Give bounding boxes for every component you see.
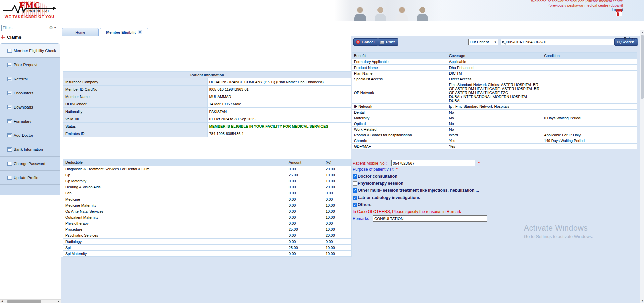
purpose-checkbox-physiotherapy-session[interactable]: Physiotherapy session [353,181,554,186]
benefit-cell: Plan Name [352,71,447,76]
sidebar-item-downloads[interactable]: Downloads [0,100,60,114]
eligibility-toolbar: ✕ Cancel Print Out Patient ▼ Searc [351,38,640,47]
patient-info-value: MEMBER IS ELIGIBLE IN YOUR FACILITY FOR … [207,123,351,130]
sidebar-item-encounters[interactable]: Encounters [0,86,60,100]
sidebar-item-update-profile[interactable]: Update Profile [0,171,60,185]
sidebar-item-label: Update Profile [14,176,38,180]
sidebar-item-label: Formulary [14,119,31,123]
table-row: Spl Maternity0.0010.00 [63,251,352,257]
table-row: Psychiatric Services0.0020.00 [63,232,352,239]
required-asterisk: * [396,167,398,172]
app-window: FMC NETWORK UAE WE TAKE CARE OF YOU Welc… [0,0,644,303]
checkbox-checked-icon[interactable] [353,188,357,193]
deductible-table: Deductible Amount (%) Diagnostic & Treat… [63,159,352,257]
benefit-cell: Chronic [352,138,447,144]
purpose-checkbox-lab-or-radiology-investigations[interactable]: Lab or radiology investigations [353,195,554,200]
amount-cell: 0.00 [287,178,324,184]
scroll-down-arrow-icon[interactable]: ▼ [640,299,644,303]
deductible-name-cell: Procedure [63,226,287,232]
benefit-table: Benefit Coverage Condition Formulary App… [352,52,637,149]
scroll-up-arrow-icon[interactable]: ▲ [640,30,644,34]
table-row: NationalityPAKISTAN [63,108,351,115]
sidebar-item-label: Prior Request [14,63,37,67]
table-row: Gp25.0010.00 [63,172,352,178]
sidebar-item-prior-request[interactable]: Prior Request [0,58,60,72]
checkbox-checked-icon[interactable] [353,203,357,207]
amount-col-header: Amount [287,159,324,166]
sidebar-item-add-doctor[interactable]: Add Doctor [0,128,60,142]
remarks-input[interactable] [373,215,487,222]
search-button-icon [617,41,620,43]
patient-info-value: DUBAI INSURANCE COMPANY (P.S.C) (Plan Na… [207,78,351,86]
checkbox-unchecked-icon[interactable] [353,181,357,186]
table-row: Formulary ApplicableApplicable [352,59,637,65]
patient-info-label: Nationality [63,108,208,115]
table-row: Op Ante-Natal Services0.0010.00 [63,208,352,214]
checkbox-checked-icon[interactable] [353,196,357,200]
vertical-scrollbar[interactable]: ▲ ▼ [640,30,644,303]
mobile-input[interactable] [391,160,475,166]
coverage-cell: Fmc Standard Network Clinics+ASTER HOSPI… [447,82,542,104]
sidebar-item-label: Downloads [14,105,33,109]
menu-item-icon [7,63,12,67]
tab-home[interactable]: Home [62,28,99,36]
pdf-icon[interactable] [616,9,622,16]
cancel-button[interactable]: ✕ Cancel [353,38,378,46]
condition-cell [542,110,637,115]
purpose-checkbox-doctor-consultation[interactable]: Doctor consultation [353,174,554,179]
percent-cell: 0.00 [324,196,352,202]
sidebar-item-bank-information[interactable]: Bank Information [0,142,60,157]
sidebar-item-formulary[interactable]: Formulary [0,114,60,128]
percent-cell: 0.00 [324,239,352,245]
condition-cell: 149 Days Waiting Period [542,138,637,144]
print-button[interactable]: Print [378,38,398,46]
benefit-cell: Dental [352,110,447,115]
patient-type-select[interactable]: Out Patient ▼ [468,39,498,45]
tab-close-icon[interactable]: ✕ [138,30,142,34]
purpose-checkbox-others[interactable]: Others [353,202,554,207]
condition-cell: Applicable For IP Only [542,132,637,138]
filter-input[interactable] [1,25,46,31]
deductible-name-cell: Spl Maternity [63,251,287,257]
purpose-checkbox-other-multi-session-treatment-like-injec[interactable]: Other multi- session treatment like inje… [353,188,554,193]
tab-member-eligibility[interactable]: Member Eligibilit ✕ [100,28,148,36]
sidebar-item-change-password[interactable]: Change Password [0,157,60,171]
table-row: Medicine-Maternity0.0010.00 [63,202,352,208]
checkbox-checked-icon[interactable] [353,174,357,179]
table-row: Hearing & Vision Aids0.0020.00 [63,184,352,190]
amount-cell: 25.00 [287,172,324,178]
sidebar-item-member-eligibility-check[interactable]: Member Eligibility Check [0,44,60,58]
coverage-cell: Ward [447,132,542,138]
sidebar-horizontal-scrollbar[interactable]: ◄ ► [0,299,61,303]
visit-form: Patient Mobile No : * Purpose of patient… [353,160,554,222]
required-asterisk: * [478,161,480,166]
amount-cell: 25.00 [287,245,324,251]
table-row: Gp Maternity0.0010.00 [63,178,352,184]
others-note: In Case Of OTHERS, Please specify the re… [353,209,554,214]
benefit-cell: Product Name [352,65,447,71]
deductible-name-cell: Lab [63,190,287,196]
scrollbar-thumb[interactable] [641,35,644,99]
scroll-left-arrow-icon[interactable]: ◄ [0,300,4,303]
sidebar-item-referral[interactable]: Referral [0,72,60,86]
coverage-cell: Yes [447,144,542,149]
patient-info-label: Member ID-CardNo [63,86,208,93]
scrollbar-thumb[interactable] [7,300,41,303]
percent-col-header: (%) [324,159,352,166]
condition-cell [542,144,637,149]
table-row: Lab0.000.00 [63,190,352,196]
activate-windows-watermark: Activate Windows Go to Settings to activ… [524,224,593,239]
patient-info-value: 784-1995-8385436-1 [207,130,351,137]
table-row: Rooms & Boards for hospitalisationWardAp… [352,132,637,138]
percent-cell: 20.00 [324,232,352,239]
scroll-right-arrow-icon[interactable]: ► [57,300,61,303]
gear-icon[interactable]: ⚙▼ [48,25,57,31]
table-row: ChronicYes149 Days Waiting Period [352,138,637,144]
top-banner: FMC NETWORK UAE WE TAKE CARE OF YOU Welc… [0,0,644,21]
patient-info-value: I005-010-119843963-01 [207,86,351,93]
sidebar-item-label: Referral [14,77,28,81]
member-search-input[interactable] [506,40,617,44]
printer-icon [380,41,384,44]
purpose-label: Purpose of patient visit [353,167,393,172]
refresh-link[interactable]: Refresh [624,37,637,41]
